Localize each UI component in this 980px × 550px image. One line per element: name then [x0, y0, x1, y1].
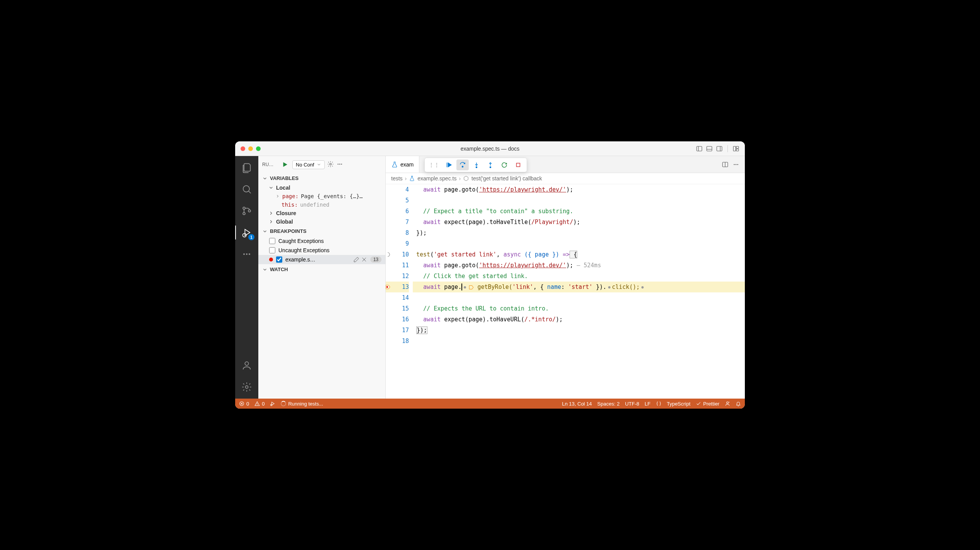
bc-sep: ›	[459, 175, 461, 182]
panel-bottom-icon[interactable]	[706, 145, 713, 152]
scope-global[interactable]: Global	[258, 217, 385, 226]
svg-point-16	[246, 254, 247, 255]
tab-example-spec[interactable]: exam	[386, 156, 419, 173]
bp-caught-checkbox[interactable]	[269, 238, 275, 244]
bp-uncaught-exceptions[interactable]: Uncaught Exceptions	[258, 246, 385, 255]
svg-point-20	[329, 163, 331, 165]
debug-drag-handle[interactable]: ⋮⋮	[427, 162, 441, 168]
variable-this[interactable]: this: undefined	[258, 200, 385, 209]
explorer-activity[interactable]	[240, 161, 254, 175]
svg-point-18	[245, 362, 248, 365]
svg-point-11	[243, 207, 245, 209]
status-bar: 0 0 Running tests... Ln 13, Col 14 Space…	[235, 399, 745, 409]
beaker-icon	[391, 161, 398, 168]
bc-symbol[interactable]: test('get started link') callback	[471, 175, 542, 182]
fold-marker-icon[interactable]	[386, 252, 390, 257]
breadcrumb[interactable]: tests › example.spec.ts › test('get star…	[386, 173, 745, 184]
step-out-button[interactable]	[484, 160, 497, 170]
bp-caught-exceptions[interactable]: Caught Exceptions	[258, 236, 385, 246]
sb-indentation[interactable]: Spaces: 2	[597, 401, 620, 407]
bp-line-number: 13	[370, 256, 381, 263]
watch-section-header[interactable]: WATCH	[258, 264, 385, 275]
sb-encoding[interactable]: UTF-8	[625, 401, 639, 407]
accounts-activity[interactable]	[240, 358, 254, 372]
scope-closure[interactable]: Closure	[258, 209, 385, 217]
search-activity[interactable]	[240, 182, 254, 196]
source-control-activity[interactable]	[240, 204, 254, 218]
scope-local[interactable]: Local	[258, 183, 385, 192]
sb-warnings[interactable]: 0	[254, 401, 264, 407]
split-editor-icon[interactable]	[722, 161, 729, 168]
panel-right-icon[interactable]	[716, 145, 723, 152]
gutter-line-10: 10	[386, 249, 409, 260]
svg-point-17	[249, 254, 250, 255]
minimize-window[interactable]	[248, 146, 253, 151]
vscode-window: example.spec.ts — docs 1	[235, 141, 745, 409]
bp-file-checkbox[interactable]	[276, 256, 282, 263]
panel-left-icon[interactable]	[696, 145, 703, 152]
bp-file-entry[interactable]: example.s… 13	[258, 255, 385, 264]
sb-eol[interactable]: LF	[645, 401, 651, 407]
tab-more-icon[interactable]	[732, 161, 739, 168]
bc-folder[interactable]: tests	[391, 175, 403, 182]
more-activity[interactable]	[240, 247, 254, 261]
sb-running-tests[interactable]: Running tests...	[281, 401, 323, 407]
editor-area: ⋮⋮	[386, 156, 745, 399]
variable-page[interactable]: page: Page {_events: {…}…	[258, 192, 385, 200]
svg-point-41	[641, 286, 644, 289]
sidebar-header: RU… No Conf	[258, 156, 385, 173]
start-debug-button[interactable]	[280, 160, 290, 170]
svg-point-39	[464, 286, 466, 289]
svg-rect-2	[707, 146, 712, 151]
settings-activity[interactable]	[240, 380, 254, 394]
sb-braces-icon[interactable]	[656, 401, 661, 406]
bc-sep: ›	[405, 175, 407, 182]
continue-button[interactable]	[443, 160, 455, 170]
sb-language[interactable]: TypeScript	[667, 401, 690, 407]
step-over-button[interactable]	[456, 160, 469, 170]
line-gutter: 4 5 6 7 8 9 10 11 12 13 14	[386, 184, 413, 399]
svg-point-40	[608, 286, 610, 289]
breakpoints-section-header[interactable]: BREAKPOINTS	[258, 226, 385, 236]
svg-point-9	[243, 186, 249, 192]
svg-point-12	[243, 212, 245, 215]
config-label: No Conf	[296, 162, 314, 168]
restart-button[interactable]	[498, 160, 510, 170]
svg-point-29	[476, 167, 477, 168]
svg-point-37	[738, 164, 738, 165]
debug-config-dropdown[interactable]: No Conf	[292, 160, 325, 169]
sb-feedback-icon[interactable]	[725, 401, 730, 406]
svg-point-27	[462, 166, 463, 167]
code-editor[interactable]: 4 5 6 7 8 9 10 11 12 13 14	[386, 184, 745, 399]
inline-decoration	[640, 285, 645, 290]
run-label: RU…	[262, 162, 278, 167]
activity-bar: 1	[235, 156, 258, 399]
edit-breakpoint-icon[interactable]	[353, 256, 359, 263]
bc-file[interactable]: example.spec.ts	[417, 175, 456, 182]
code-content[interactable]: await page.goto('https://playwright.dev/…	[413, 184, 745, 399]
variables-section-header[interactable]: VARIABLES	[258, 173, 385, 183]
tab-label: exam	[400, 161, 414, 168]
stop-button[interactable]	[512, 160, 524, 170]
layout-customize-icon[interactable]	[732, 145, 739, 152]
current-breakpoint-icon[interactable]	[386, 284, 390, 290]
gutter-line-13: 13	[386, 282, 409, 292]
sb-cursor-position[interactable]: Ln 13, Col 14	[562, 401, 592, 407]
svg-point-22	[339, 164, 340, 165]
sidebar-more-button[interactable]	[336, 161, 343, 169]
bp-uncaught-checkbox[interactable]	[269, 247, 275, 253]
svg-point-23	[341, 164, 342, 165]
window-title: example.spec.ts — docs	[461, 146, 520, 152]
sb-prettier[interactable]: Prettier	[696, 401, 719, 407]
remove-breakpoint-icon[interactable]	[361, 256, 367, 263]
maximize-window[interactable]	[256, 146, 261, 151]
step-into-button[interactable]	[470, 160, 483, 170]
inline-decoration	[462, 285, 474, 290]
sb-errors[interactable]: 0	[239, 401, 249, 407]
run-debug-activity[interactable]: 1	[240, 226, 254, 239]
titlebar-layout-actions	[696, 145, 739, 152]
sb-bell-icon[interactable]	[736, 401, 741, 406]
configure-debug-button[interactable]	[327, 161, 334, 169]
sb-debug-icon[interactable]	[270, 401, 275, 406]
close-window[interactable]	[241, 146, 245, 151]
